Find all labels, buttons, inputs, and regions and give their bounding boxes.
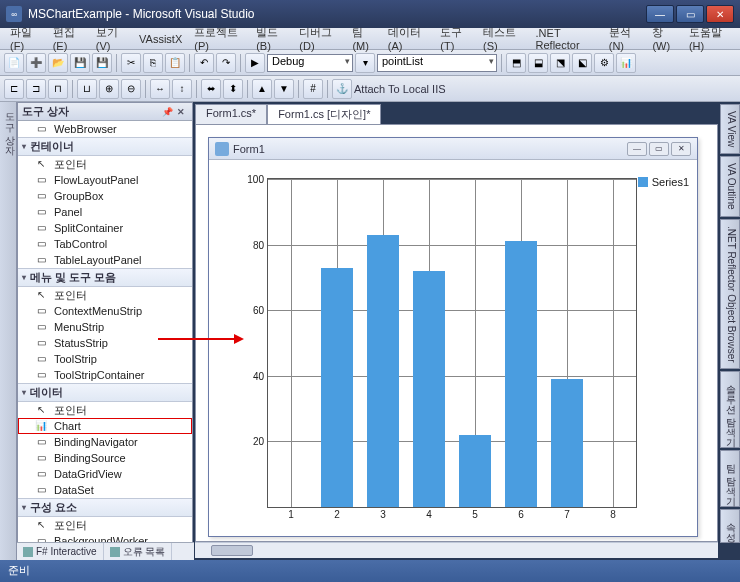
menu-item[interactable]: 파일(F) — [4, 23, 47, 54]
toolbox-item[interactable]: ▭BindingSource — [18, 450, 192, 466]
menu-item[interactable]: 창(W) — [646, 23, 682, 54]
form-window[interactable]: Form1 — ▭ ✕ Series1 2040608010012345678 — [208, 137, 698, 537]
paste-button[interactable]: 📋 — [165, 53, 185, 73]
menu-item[interactable]: 데이터(A) — [382, 23, 435, 54]
config-combo[interactable]: Debug — [267, 54, 353, 72]
toolbox-item[interactable]: ▭WebBrowser — [18, 121, 192, 137]
right-tab[interactable]: 속성 — [720, 509, 740, 543]
start-button[interactable]: ▶ — [245, 53, 265, 73]
align-bottom-button[interactable]: ⊖ — [121, 79, 141, 99]
horizontal-scrollbar[interactable] — [195, 542, 718, 558]
toolbox-group[interactable]: 메뉴 및 도구 모음 — [18, 268, 192, 287]
menu-item[interactable]: 편집(E) — [47, 23, 90, 54]
bring-front-button[interactable]: ▲ — [252, 79, 272, 99]
menu-item[interactable]: 도구(T) — [434, 23, 477, 54]
maximize-button[interactable]: ▭ — [676, 5, 704, 23]
toolbox-item[interactable]: ▭FlowLayoutPanel — [18, 172, 192, 188]
bottom-tab[interactable]: 오류 목록 — [104, 543, 173, 560]
tab-form1-design[interactable]: Form1.cs [디자인]* — [267, 104, 381, 124]
menu-item[interactable]: 분석(N) — [603, 23, 647, 54]
toolbox-item[interactable]: 📊Chart — [18, 418, 192, 434]
toolbox-item[interactable]: ▭SplitContainer — [18, 220, 192, 236]
save-all-button[interactable]: 💾 — [92, 53, 112, 73]
toolbox-item[interactable]: ▭Panel — [18, 204, 192, 220]
close-icon[interactable]: ✕ — [174, 105, 188, 119]
misc-button-2[interactable]: ⬓ — [528, 53, 548, 73]
right-tab[interactable]: 솔루션 탐색기 — [720, 371, 740, 448]
toolbox-item[interactable]: ▭ToolStrip — [18, 351, 192, 367]
toolbox-item[interactable]: ▭GroupBox — [18, 188, 192, 204]
send-back-button[interactable]: ▼ — [274, 79, 294, 99]
attach-label[interactable]: Attach To Local IIS — [354, 83, 446, 95]
menu-item[interactable]: 빌드(B) — [250, 23, 293, 54]
right-tab[interactable]: VA View — [720, 104, 740, 154]
align-top-button[interactable]: ⊔ — [77, 79, 97, 99]
designer-surface[interactable]: Form1 — ▭ ✕ Series1 2040608010012345678 — [195, 124, 718, 542]
app-icon: ∞ — [6, 6, 22, 22]
right-tab[interactable]: .NET Reflector Object Browser — [720, 219, 740, 370]
misc-button-1[interactable]: ⬒ — [506, 53, 526, 73]
menu-item[interactable]: 프로젝트(P) — [188, 23, 250, 54]
toolbox-item[interactable]: ↖포인터 — [18, 287, 192, 303]
align-middle-button[interactable]: ⊕ — [99, 79, 119, 99]
toolbox-item[interactable]: ▭DataGridView — [18, 466, 192, 482]
toolbox-item[interactable]: ↖포인터 — [18, 517, 192, 533]
misc-button-3[interactable]: ⬔ — [550, 53, 570, 73]
form-close-button: ✕ — [671, 142, 691, 156]
toolbox-item[interactable]: ▭StatusStrip — [18, 335, 192, 351]
right-tab[interactable]: VA Outline — [720, 156, 740, 217]
new-project-button[interactable]: 📄 — [4, 53, 24, 73]
y-tick-label: 60 — [253, 305, 264, 316]
tab-order-button[interactable]: # — [303, 79, 323, 99]
align-right-button[interactable]: ⊓ — [48, 79, 68, 99]
size-height-button[interactable]: ⬍ — [223, 79, 243, 99]
toolbox-item[interactable]: ▭ToolStripContainer — [18, 367, 192, 383]
align-center-button[interactable]: ⊐ — [26, 79, 46, 99]
toolbox-item[interactable]: ↖포인터 — [18, 156, 192, 172]
toolbox-item[interactable]: ▭BindingNavigator — [18, 434, 192, 450]
misc-button-4[interactable]: ⬕ — [572, 53, 592, 73]
add-item-button[interactable]: ➕ — [26, 53, 46, 73]
toolbox-item[interactable]: ▭MenuStrip — [18, 319, 192, 335]
menu-item[interactable]: 팀(M) — [346, 23, 381, 54]
toolbox-item[interactable]: ▭DataSet — [18, 482, 192, 498]
menu-item[interactable]: 보기(V) — [90, 23, 133, 54]
cut-button[interactable]: ✂ — [121, 53, 141, 73]
hspace-button[interactable]: ↔ — [150, 79, 170, 99]
menu-item[interactable]: 테스트(S) — [477, 23, 530, 54]
menu-item[interactable]: 도움말(H) — [683, 23, 736, 54]
find-combo[interactable]: pointList — [377, 54, 497, 72]
menu-item[interactable]: VAssistX — [133, 31, 188, 47]
toolbox-item[interactable]: ↖포인터 — [18, 402, 192, 418]
y-tick-label: 20 — [253, 436, 264, 447]
misc-button-6[interactable]: 📊 — [616, 53, 636, 73]
stop-button[interactable]: ▾ — [355, 53, 375, 73]
toolbox-tree[interactable]: ▭WebBrowser컨테이너↖포인터▭FlowLayoutPanel▭Grou… — [18, 121, 192, 559]
pin-icon[interactable]: 📌 — [160, 105, 174, 119]
menu-item[interactable]: .NET Reflector — [530, 25, 603, 53]
vspace-button[interactable]: ↕ — [172, 79, 192, 99]
toolbox-group[interactable]: 컨테이너 — [18, 137, 192, 156]
open-button[interactable]: 📂 — [48, 53, 68, 73]
chart-control[interactable]: Series1 2040608010012345678 — [227, 168, 689, 518]
toolbox-item[interactable]: ▭TabControl — [18, 236, 192, 252]
tab-form1-cs[interactable]: Form1.cs* — [195, 104, 267, 124]
toolbox-item[interactable]: ▭ContextMenuStrip — [18, 303, 192, 319]
misc-button-5[interactable]: ⚙ — [594, 53, 614, 73]
right-tab[interactable]: 팀 탐색기 — [720, 450, 740, 507]
undo-button[interactable]: ↶ — [194, 53, 214, 73]
left-collapsed-tabs[interactable]: 도구 상자 — [0, 102, 17, 560]
minimize-button[interactable]: — — [646, 5, 674, 23]
size-width-button[interactable]: ⬌ — [201, 79, 221, 99]
toolbox-item[interactable]: ▭TableLayoutPanel — [18, 252, 192, 268]
align-left-button[interactable]: ⊏ — [4, 79, 24, 99]
toolbox-group[interactable]: 데이터 — [18, 383, 192, 402]
redo-button[interactable]: ↷ — [216, 53, 236, 73]
menu-item[interactable]: 디버그(D) — [293, 23, 346, 54]
bottom-tab[interactable]: F# Interactive — [17, 543, 104, 560]
attach-icon[interactable]: ⚓ — [332, 79, 352, 99]
close-button[interactable]: ✕ — [706, 5, 734, 23]
save-button[interactable]: 💾 — [70, 53, 90, 73]
copy-button[interactable]: ⎘ — [143, 53, 163, 73]
toolbox-group[interactable]: 구성 요소 — [18, 498, 192, 517]
